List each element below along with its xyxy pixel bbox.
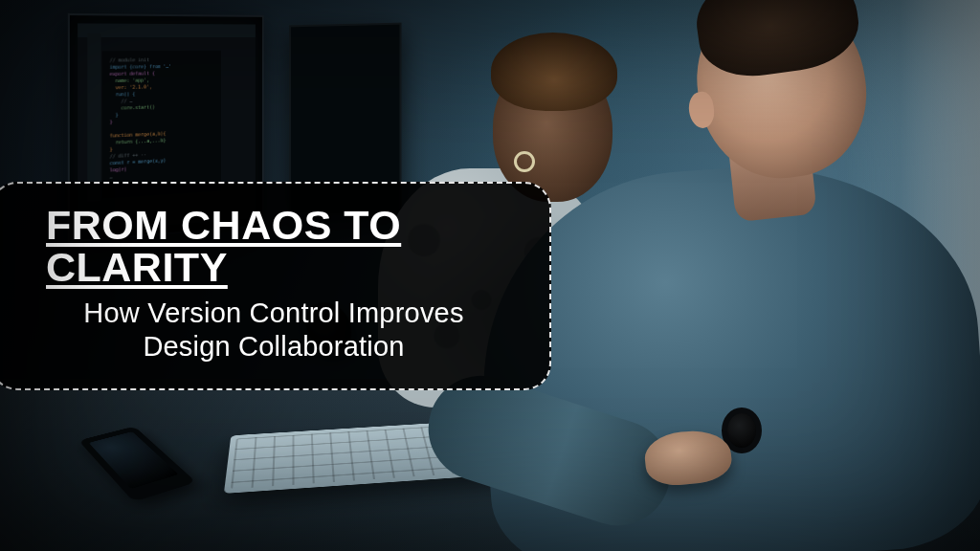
- subheadline-line1: How Version Control Improves: [83, 298, 463, 328]
- title-overlay: FROM CHAOS TO CLARITY How Version Contro…: [0, 182, 551, 390]
- subheadline-line2: Design Collaboration: [143, 331, 404, 362]
- ide-titlebar: [78, 23, 256, 37]
- ide-sidebar: [87, 33, 100, 202]
- headline-text: FROM CHAOS TO CLARITY: [46, 205, 521, 289]
- code-editor: // module init import {core} from '…' ex…: [102, 51, 221, 199]
- hero-image: // module init import {core} from '…' ex…: [0, 0, 980, 551]
- subheadline-text: How Version Control Improves Design Coll…: [46, 297, 521, 364]
